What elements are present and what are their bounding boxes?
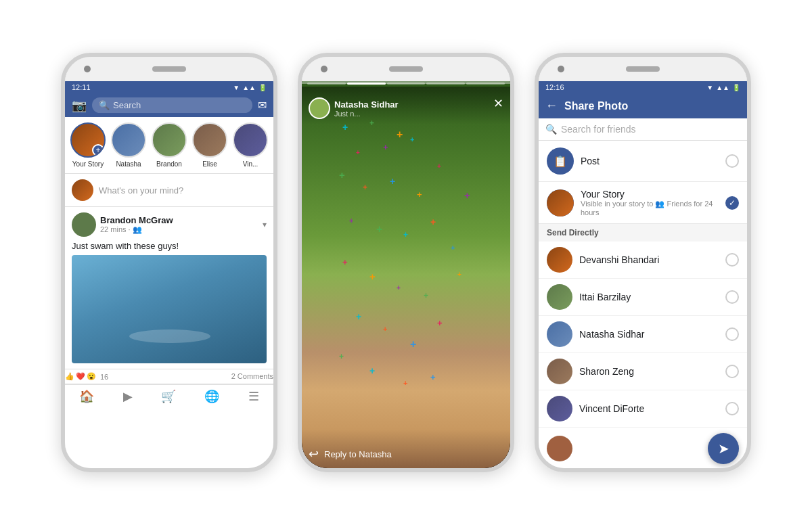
nav-marketplace-icon[interactable]: 🛒: [161, 389, 176, 404]
phone-top-1: [65, 57, 273, 81]
nav-video-icon[interactable]: ▶: [123, 389, 133, 404]
vincent-avatar: [547, 396, 572, 421]
friend-vincent[interactable]: Vincent DiForte: [539, 390, 747, 428]
your-story-label: Your Story: [72, 160, 104, 168]
status-time-3: 12:16: [545, 83, 564, 91]
share-option-post[interactable]: 📋 Post: [539, 141, 747, 182]
story-natasha[interactable]: Natasha: [111, 122, 146, 168]
story-user-meta: Natasha Sidhar Just n...: [334, 99, 399, 118]
phone-2: ++++++++++++++++++++++++++++++ Natasha S…: [298, 53, 514, 472]
story-reply-bar[interactable]: ↩ Reply to Natasha: [309, 447, 503, 461]
friend-ittai[interactable]: Ittai Barzilay: [539, 279, 747, 316]
camera-3: [558, 66, 564, 72]
fb-search-bar[interactable]: 🔍 Search: [92, 97, 252, 113]
story-radio[interactable]: ✓: [725, 196, 739, 210]
ittai-radio[interactable]: [725, 290, 739, 304]
post-radio[interactable]: [725, 154, 739, 168]
vincent-radio[interactable]: [725, 402, 739, 415]
fb-nav: 🏠 ▶ 🛒 🌐 ☰: [65, 384, 273, 408]
user-avatar-small: [72, 179, 93, 201]
nav-menu-icon[interactable]: ☰: [248, 389, 259, 404]
story-viewer[interactable]: ++++++++++++++++++++++++++++++ Natasha S…: [302, 81, 510, 468]
add-story-button[interactable]: +: [92, 144, 104, 156]
screen-2: ++++++++++++++++++++++++++++++ Natasha S…: [302, 81, 510, 468]
vincent-name: Vincent DiForte: [579, 403, 719, 414]
signal-icon: ▲▲: [242, 84, 256, 91]
phone-3: 12:16 ▼ ▲▲ 🔋 ← Share Photo 🔍 Search for …: [535, 53, 751, 472]
story-vin[interactable]: Vin...: [233, 122, 268, 168]
camera-1: [84, 66, 91, 72]
camera-2: [321, 66, 328, 72]
reaction-count: 16: [100, 373, 108, 381]
story-user-info: Natasha Sidhar Just n...: [309, 97, 399, 119]
elise-label: Elise: [202, 160, 217, 168]
post-text: Just swam with these guys!: [72, 241, 267, 251]
signal-icon-3: ▲▲: [716, 84, 729, 91]
search-placeholder: Search: [113, 100, 141, 110]
status-time-1: 12:11: [72, 83, 91, 91]
screen-1: 12:11 ▼ ▲▲ 🔋 📷 🔍 Search ✉ + Your Story: [65, 81, 273, 468]
friend-natasha[interactable]: Natasha Sidhar: [539, 316, 747, 353]
progress-bar-1: [307, 83, 346, 85]
sharon-name: Sharon Zeng: [579, 366, 719, 377]
natasha-label: Natasha: [116, 160, 141, 168]
status-icons-3: ▼ ▲▲ 🔋: [706, 84, 740, 91]
story-avatar-option: [547, 189, 574, 216]
speaker-1: [152, 66, 186, 72]
messenger-icon[interactable]: ✉: [258, 99, 267, 112]
wifi-icon: ▼: [233, 84, 240, 91]
story-background: [302, 81, 510, 468]
natasha-avatar: [111, 122, 146, 158]
your-story-option-label: Your Story: [581, 189, 719, 200]
story-close-icon[interactable]: ✕: [493, 96, 503, 111]
share-header: ← Share Photo: [539, 93, 747, 118]
post-chevron-icon[interactable]: ▾: [263, 220, 267, 229]
whats-on-mind-bar[interactable]: What's on your mind?: [65, 174, 273, 207]
story-user-avatar: [309, 97, 330, 119]
your-story-sub: Visible in your story to 👥 Friends for 2…: [581, 200, 719, 216]
natasha-friend-name: Natasha Sidhar: [579, 329, 719, 340]
battery-icon: 🔋: [258, 84, 267, 91]
fb-post: Brandon McGraw 22 mins · 👥 ▾ Just swam w…: [65, 207, 273, 369]
progress-bar-2: [347, 83, 386, 85]
reply-text: Reply to Natasha: [324, 449, 392, 459]
brandon-label: Brandon: [156, 160, 182, 168]
back-arrow-icon[interactable]: ←: [545, 99, 558, 113]
elise-avatar: [192, 122, 227, 158]
fb-camera-icon[interactable]: 📷: [72, 98, 87, 113]
send-button[interactable]: ➤: [708, 433, 739, 464]
sharon-avatar: [547, 359, 572, 384]
devanshi-name: Devanshi Bhandari: [579, 254, 719, 265]
wow-icon: 😮: [87, 372, 96, 381]
search-icon: 🔍: [99, 100, 110, 110]
last-friend-row: ➤: [539, 428, 747, 468]
devanshi-avatar: [547, 247, 572, 273]
natasha-friend-avatar: [547, 321, 572, 347]
comments-count[interactable]: 2 Comments: [231, 372, 273, 381]
story-brandon[interactable]: Brandon: [152, 122, 187, 168]
nav-globe-icon[interactable]: 🌐: [204, 389, 219, 404]
your-story-meta: Your Story Visible in your story to 👥 Fr…: [581, 189, 719, 216]
fb-header: 📷 🔍 Search ✉: [65, 93, 273, 117]
progress-bar-4: [426, 83, 465, 85]
post-label: Post: [581, 156, 719, 166]
post-meta: Brandon McGraw 22 mins · 👥: [100, 215, 258, 234]
sharon-radio[interactable]: [725, 365, 739, 378]
share-option-story[interactable]: Your Story Visible in your story to 👥 Fr…: [539, 182, 747, 224]
phone-1: 12:11 ▼ ▲▲ 🔋 📷 🔍 Search ✉ + Your Story: [61, 53, 277, 472]
whats-on-text: What's on your mind?: [99, 185, 183, 196]
devanshi-radio[interactable]: [725, 253, 739, 267]
phone-top-3: [539, 57, 747, 81]
story-elise[interactable]: Elise: [192, 122, 227, 168]
nav-home-icon[interactable]: 🏠: [79, 389, 94, 404]
story-your-story[interactable]: + Your Story: [70, 122, 106, 168]
status-icons-1: ▼ ▲▲ 🔋: [233, 84, 267, 91]
natasha-radio[interactable]: [725, 327, 739, 341]
ittai-name: Ittai Barzilay: [579, 292, 719, 302]
speaker-2: [389, 66, 423, 72]
your-story-avatar: +: [70, 122, 106, 158]
friend-devanshi[interactable]: Devanshi Bhandari: [539, 242, 747, 279]
share-search-bar[interactable]: 🔍 Search for friends: [539, 118, 747, 141]
friend-sharon[interactable]: Sharon Zeng: [539, 353, 747, 390]
story-user-name: Natasha Sidhar: [334, 99, 399, 110]
